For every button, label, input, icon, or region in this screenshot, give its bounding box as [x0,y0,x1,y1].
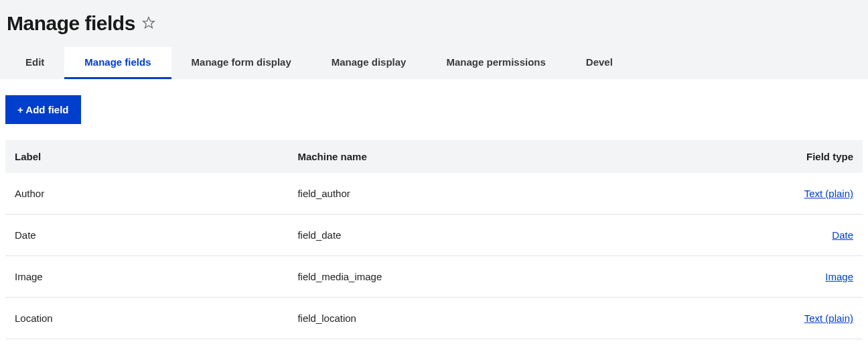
column-header-field-type: Field type [734,140,863,173]
tab-manage-fields[interactable]: Manage fields [64,47,171,79]
field-label: Location [5,298,288,339]
column-header-machine-name: Machine name [288,140,734,173]
field-type-link[interactable]: Text (plain) [804,312,853,324]
page-title: Manage fields [7,12,135,35]
tab-edit[interactable]: Edit [5,47,64,79]
table-row: Location field_location Text (plain) [5,298,863,339]
field-type-link[interactable]: Text (plain) [804,188,853,199]
table-row: Date field_date Date [5,215,863,256]
field-machine-name: field_author [288,173,734,215]
table-row: Image field_media_image Image [5,256,863,298]
tabs-nav: Edit Manage fields Manage form display M… [5,47,863,79]
field-machine-name: field_location [288,298,734,339]
table-row: Author field_author Text (plain) [5,173,863,215]
field-machine-name: field_media_image [288,256,734,298]
fields-table: Label Machine name Field type Author fie… [5,140,863,339]
field-label: Author [5,173,288,215]
tab-devel[interactable]: Devel [566,47,633,79]
tab-manage-permissions[interactable]: Manage permissions [426,47,565,79]
svg-marker-0 [143,17,155,27]
field-type-link[interactable]: Image [825,271,853,282]
field-machine-name: field_date [288,215,734,256]
tab-manage-display[interactable]: Manage display [311,47,427,79]
field-label: Image [5,256,288,298]
field-type-link[interactable]: Date [832,229,853,241]
tab-manage-form-display[interactable]: Manage form display [171,47,311,79]
column-header-label: Label [5,140,288,173]
field-label: Date [5,215,288,256]
add-field-button[interactable]: + Add field [5,95,81,124]
star-icon[interactable] [142,16,155,32]
